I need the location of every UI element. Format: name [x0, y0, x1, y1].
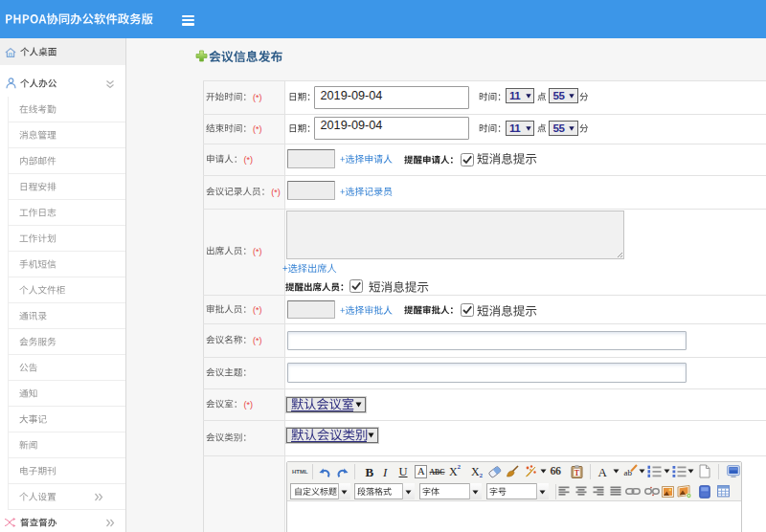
svg-text:T: T [574, 469, 580, 477]
